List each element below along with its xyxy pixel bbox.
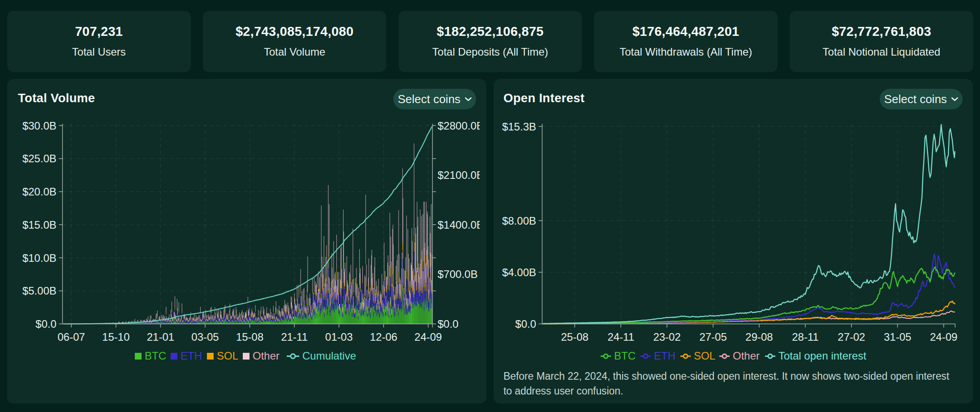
svg-text:$15.3B: $15.3B [502, 121, 536, 133]
svg-text:SOL: SOL [694, 350, 715, 362]
svg-text:$0.0: $0.0 [35, 318, 56, 330]
svg-text:01-03: 01-03 [325, 331, 352, 343]
svg-text:$2800.0B: $2800.0B [438, 120, 484, 132]
svg-text:28-11: 28-11 [792, 331, 819, 343]
svg-text:25-08: 25-08 [561, 331, 589, 343]
svg-text:BTC: BTC [145, 350, 166, 362]
svg-text:$5.00B: $5.00B [22, 285, 56, 297]
svg-text:27-02: 27-02 [838, 331, 865, 343]
svg-text:$20.0B: $20.0B [22, 186, 56, 198]
svg-text:Cumulative: Cumulative [302, 350, 356, 362]
svg-text:BTC: BTC [614, 350, 636, 362]
svg-text:$700.0B: $700.0B [438, 268, 477, 280]
svg-text:$1400.0B: $1400.0B [438, 219, 484, 231]
svg-text:15-10: 15-10 [102, 331, 129, 343]
svg-text:12-06: 12-06 [370, 331, 397, 343]
svg-text:29-08: 29-08 [745, 331, 773, 343]
svg-text:27-05: 27-05 [699, 331, 726, 343]
svg-text:21-11: 21-11 [281, 331, 308, 343]
svg-text:15-08: 15-08 [236, 331, 263, 343]
svg-text:$0.0: $0.0 [515, 318, 536, 330]
svg-text:03-05: 03-05 [191, 331, 219, 343]
svg-text:$0.0: $0.0 [438, 318, 459, 330]
svg-text:$4.00B: $4.00B [502, 266, 536, 278]
svg-text:24-09: 24-09 [414, 331, 442, 343]
svg-text:ETH: ETH [654, 350, 675, 362]
svg-text:24-11: 24-11 [607, 331, 634, 343]
svg-text:$8.00B: $8.00B [502, 215, 536, 227]
svg-text:24-09: 24-09 [930, 331, 957, 343]
svg-text:SOL: SOL [217, 350, 238, 362]
svg-text:$30.0B: $30.0B [22, 120, 56, 132]
svg-text:$10.0B: $10.0B [22, 252, 56, 264]
svg-text:$15.0B: $15.0B [22, 219, 56, 231]
svg-text:$2100.0B: $2100.0B [438, 169, 484, 181]
svg-text:06-07: 06-07 [58, 331, 85, 343]
svg-text:Other: Other [253, 350, 279, 362]
svg-text:ETH: ETH [181, 350, 202, 362]
svg-text:Total open interest: Total open interest [778, 350, 866, 362]
svg-text:23-02: 23-02 [653, 331, 680, 343]
svg-text:$25.0B: $25.0B [22, 152, 56, 165]
svg-text:21-01: 21-01 [147, 331, 174, 343]
svg-text:Other: Other [733, 350, 760, 362]
svg-text:31-05: 31-05 [884, 331, 911, 343]
